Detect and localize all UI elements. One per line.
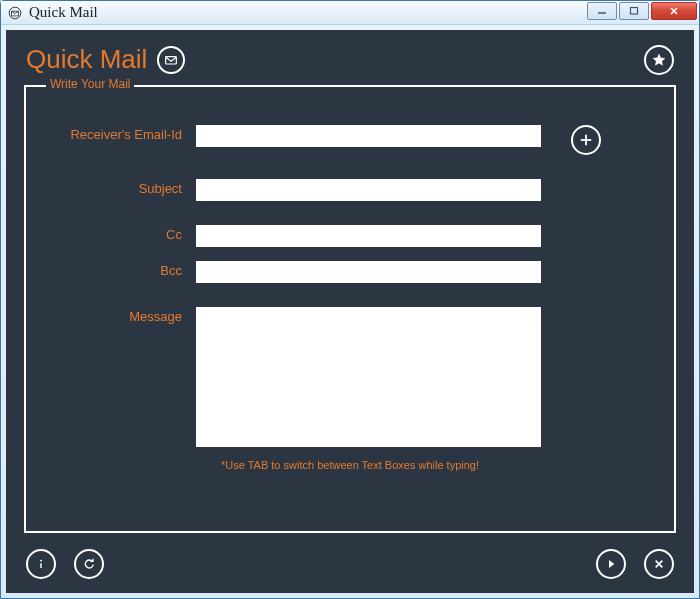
subject-input[interactable] (196, 179, 541, 201)
label-bcc: Bcc (56, 261, 196, 278)
cc-input[interactable] (196, 225, 541, 247)
minimize-button[interactable] (587, 2, 617, 20)
message-input[interactable] (196, 307, 541, 447)
panel-legend: Write Your Mail (46, 77, 134, 91)
bcc-input[interactable] (196, 261, 541, 283)
hint-text: *Use TAB to switch between Text Boxes wh… (56, 459, 644, 471)
receiver-input[interactable] (196, 125, 541, 147)
footer-toolbar (6, 541, 694, 593)
add-recipient-button[interactable] (571, 125, 601, 155)
send-button[interactable] (596, 549, 626, 579)
app-icon-small (7, 5, 23, 21)
row-message: Message (56, 307, 644, 447)
svg-marker-10 (609, 560, 614, 568)
row-receiver: Receiver's Email-Id (56, 125, 644, 155)
app-title: Quick Mail (26, 44, 147, 75)
row-subject: Subject (56, 179, 644, 201)
label-message: Message (56, 307, 196, 324)
compose-panel: Write Your Mail Receiver's Email-Id Subj… (24, 85, 676, 533)
close-button[interactable] (651, 2, 697, 20)
titlebar: Quick Mail (1, 1, 699, 25)
label-subject: Subject (56, 179, 196, 196)
svg-rect-5 (166, 56, 177, 63)
maximize-button[interactable] (619, 2, 649, 20)
svg-rect-2 (631, 7, 638, 14)
label-cc: Cc (56, 225, 196, 242)
window-controls (585, 2, 697, 22)
row-cc: Cc (56, 225, 644, 247)
refresh-button[interactable] (74, 549, 104, 579)
client-area: Quick Mail Write Your Mail Receiver's Em… (6, 30, 694, 593)
favorites-button[interactable] (644, 45, 674, 75)
svg-point-0 (9, 7, 21, 19)
info-button[interactable] (26, 549, 56, 579)
row-bcc: Bcc (56, 261, 644, 283)
cancel-button[interactable] (644, 549, 674, 579)
mail-icon (157, 46, 185, 74)
app-window: Quick Mail Quick Mail Write (0, 0, 700, 599)
svg-point-8 (40, 560, 42, 562)
window-title: Quick Mail (29, 4, 98, 21)
label-receiver: Receiver's Email-Id (56, 125, 196, 142)
